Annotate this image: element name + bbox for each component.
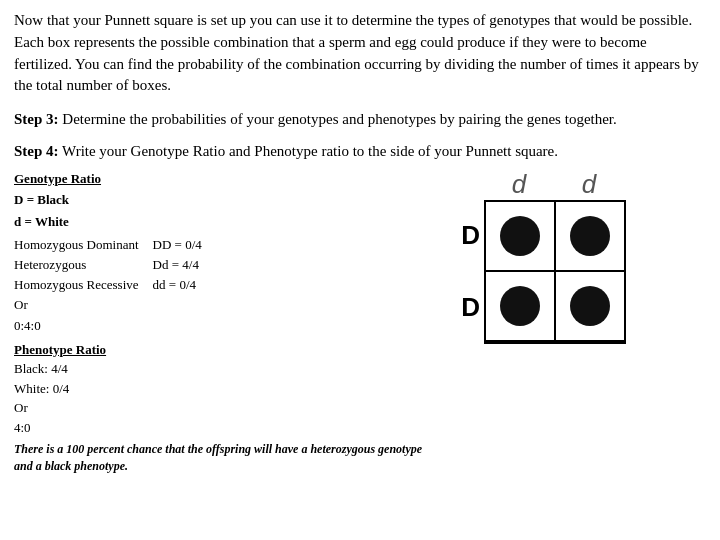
cell-2-1: [486, 272, 556, 342]
step4-label: Step 4:: [14, 143, 59, 159]
ratio-rows: Homozygous Dominant Heterozygous Homozyg…: [14, 235, 436, 336]
dot-1-1: [500, 216, 540, 256]
col-label-2: d: [554, 169, 624, 200]
dot-1-2: [570, 216, 610, 256]
punnett-corner-spacer: [446, 176, 484, 200]
D-label: D = Black: [14, 190, 69, 210]
cell-1-1: [486, 202, 556, 272]
col-label-1: d: [484, 169, 554, 200]
ratio-row-labels: Homozygous Dominant Heterozygous Homozyg…: [14, 235, 139, 336]
intro-paragraph: Now that your Punnett square is set up y…: [14, 10, 706, 97]
footnote: There is a 100 percent chance that the o…: [14, 441, 436, 475]
row-label-1: D: [446, 220, 484, 251]
dot-2-2: [570, 286, 610, 326]
cell-2-2: [556, 272, 626, 342]
step3-section: Step 3: Determine the probabilities of y…: [14, 109, 706, 131]
right-panel: d d D D: [446, 169, 706, 475]
step4-text: Write your Genotype Ratio and Phenotype …: [59, 143, 558, 159]
d-labels: D = Black: [14, 190, 436, 210]
left-panel: Genotype Ratio D = Black d = White Homoz…: [14, 169, 436, 475]
step3-text: Determine the probabilities of your geno…: [59, 111, 617, 127]
row-2-cells: [484, 272, 626, 344]
punnett-header-row: d d: [446, 169, 624, 200]
step3-label: Step 3:: [14, 111, 59, 127]
step4-section: Step 4: Write your Genotype Ratio and Ph…: [14, 141, 706, 163]
genotype-ratio-title: Genotype Ratio: [14, 169, 436, 189]
dot-2-1: [500, 286, 540, 326]
punnett-col-labels: d d: [484, 169, 624, 200]
punnett-row-1: D: [446, 200, 626, 272]
punnett-row-2: D: [446, 272, 626, 344]
cell-1-2: [556, 202, 626, 272]
row-label-2: D: [446, 292, 484, 323]
d-white-label: d = White: [14, 212, 436, 232]
phenotype-lines: Black: 4/4 White: 0/4 Or 4:0: [14, 359, 436, 437]
d-label: d = White: [14, 212, 69, 232]
phenotype-ratio-title: Phenotype Ratio: [14, 340, 436, 360]
ratio-row-values: DD = 0/4 Dd = 4/4 dd = 0/4: [153, 235, 202, 336]
row-1-cells: [484, 200, 626, 272]
lower-section: Genotype Ratio D = Black d = White Homoz…: [14, 169, 706, 475]
